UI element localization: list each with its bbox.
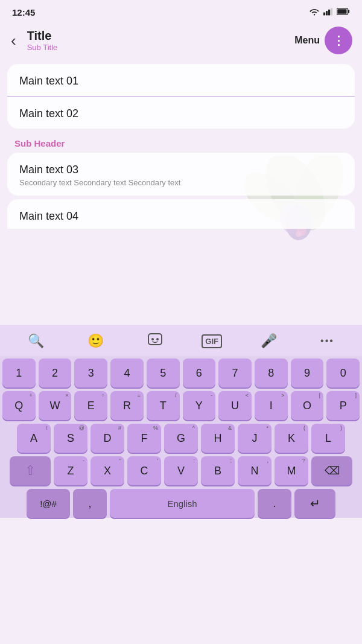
key-y[interactable]: -Y — [183, 391, 216, 420]
period-label: . — [273, 497, 276, 510]
key-r[interactable]: =R — [110, 391, 144, 420]
svg-point-16 — [156, 338, 159, 340]
svg-rect-2 — [328, 9, 330, 15]
sub-header: Sub Header — [14, 138, 65, 148]
key-o[interactable]: [O — [291, 391, 324, 420]
key-8[interactable]: 8 — [255, 359, 288, 387]
app-bar-right: Menu ⋮ — [294, 27, 352, 54]
key-9[interactable]: 9 — [291, 359, 324, 387]
zxcv-row: ⇧ -Z "X 'C :V ;B ,N ?M ⌫ — [2, 456, 360, 485]
key-v[interactable]: :V — [164, 456, 198, 485]
svg-rect-14 — [148, 334, 162, 345]
space-label: English — [167, 499, 197, 509]
list-item-4-partial[interactable]: Main text 04 — [7, 199, 355, 229]
key-m[interactable]: ?M — [275, 456, 308, 485]
list-item-2[interactable]: Main text 02 — [7, 97, 355, 129]
backspace-icon: ⌫ — [325, 464, 340, 477]
key-s[interactable]: @S — [54, 424, 87, 453]
shift-key[interactable]: ⇧ — [10, 456, 51, 485]
key-4[interactable]: 4 — [110, 359, 144, 387]
app-title: Title — [27, 28, 58, 43]
app-bar: ‹ Title Sub Title Menu ⋮ — [0, 22, 362, 59]
key-q[interactable]: +Q — [2, 391, 36, 420]
status-bar: 12:45 — [0, 0, 362, 22]
mic-icon[interactable]: 🎤 — [256, 331, 282, 351]
gif-button[interactable]: GIF — [202, 334, 222, 348]
keyboard: 1 2 3 4 5 6 7 8 9 0 +Q ×W ÷E =R /T -Y <U… — [0, 356, 362, 518]
sticker-icon[interactable] — [142, 330, 168, 352]
qwerty-row: +Q ×W ÷E =R /T -Y <U >I [O ]P — [2, 391, 360, 420]
key-u[interactable]: <U — [218, 391, 252, 420]
svg-rect-3 — [331, 8, 332, 15]
svg-rect-6 — [337, 9, 346, 14]
wifi-icon — [309, 7, 320, 18]
backspace-key[interactable]: ⌫ — [311, 456, 352, 485]
app-bar-left: ‹ Title Sub Title — [6, 28, 57, 53]
comma-key[interactable]: , — [73, 489, 107, 518]
key-l[interactable]: )L — [311, 424, 345, 453]
svg-rect-5 — [348, 10, 350, 13]
list-item-2-main: Main text 02 — [19, 107, 343, 120]
key-x[interactable]: "X — [91, 456, 124, 485]
key-0[interactable]: 0 — [326, 359, 360, 387]
list-item-3-secondary: Secondary text Secondary text Secondary … — [19, 178, 343, 187]
svg-rect-0 — [323, 12, 325, 15]
signal-icon — [323, 7, 333, 18]
number-row: 1 2 3 4 5 6 7 8 9 0 — [2, 359, 360, 387]
more-icon: ⋮ — [332, 33, 345, 48]
enter-key[interactable]: ↵ — [294, 489, 335, 518]
search-icon[interactable]: 🔍 — [23, 331, 49, 351]
key-i[interactable]: >I — [255, 391, 288, 420]
key-1[interactable]: 1 — [2, 359, 36, 387]
asdf-row: !A @S #D %F ^G &H *J (K )L — [2, 424, 360, 453]
menu-label[interactable]: Menu — [294, 35, 320, 46]
key-3[interactable]: 3 — [74, 359, 107, 387]
symbols-label: !@# — [40, 499, 57, 509]
list-card-1: Main text 01 Main text 02 — [7, 64, 355, 129]
key-g[interactable]: ^G — [164, 424, 198, 453]
key-a[interactable]: !A — [17, 424, 51, 453]
list-item-4-main: Main text 04 — [19, 210, 343, 223]
content-area: Main text 01 Main text 02 Sub Header Mai… — [0, 59, 362, 325]
battery-icon — [337, 7, 350, 17]
space-key[interactable]: English — [110, 489, 255, 518]
key-z[interactable]: -Z — [54, 456, 87, 485]
key-f[interactable]: %F — [127, 424, 161, 453]
svg-point-15 — [151, 338, 154, 340]
key-b[interactable]: ;B — [201, 456, 235, 485]
key-n[interactable]: ,N — [238, 456, 272, 485]
status-icons — [309, 7, 350, 18]
key-j[interactable]: *J — [238, 424, 272, 453]
key-p[interactable]: ]P — [326, 391, 360, 420]
key-2[interactable]: 2 — [39, 359, 72, 387]
key-h[interactable]: &H — [201, 424, 235, 453]
list-item-3[interactable]: Main text 03 Secondary text Secondary te… — [7, 153, 355, 196]
svg-point-13 — [296, 231, 302, 237]
svg-rect-1 — [326, 11, 328, 15]
period-key[interactable]: . — [258, 489, 291, 518]
shift-icon: ⇧ — [25, 463, 36, 479]
emoji-icon[interactable]: 🙂 — [83, 331, 109, 351]
key-d[interactable]: #D — [91, 424, 124, 453]
title-block: Title Sub Title — [27, 28, 58, 53]
enter-icon: ↵ — [310, 496, 320, 511]
symbols-key[interactable]: !@# — [27, 489, 70, 518]
back-button[interactable]: ‹ — [6, 29, 21, 53]
key-t[interactable]: /T — [147, 391, 180, 420]
key-7[interactable]: 7 — [218, 359, 252, 387]
key-e[interactable]: ÷E — [74, 391, 107, 420]
key-k[interactable]: (K — [275, 424, 308, 453]
list-item-3-main: Main text 03 — [19, 164, 343, 176]
key-w[interactable]: ×W — [39, 391, 72, 420]
status-time: 12:45 — [12, 7, 35, 18]
more-menu-button[interactable]: ⋮ — [325, 27, 352, 54]
list-item-1-main: Main text 01 — [19, 75, 343, 88]
sub-header-row: Sub Header — [0, 132, 362, 153]
key-5[interactable]: 5 — [147, 359, 180, 387]
bottom-row: !@# , English . ↵ — [2, 489, 360, 518]
more-toolbar-icon[interactable]: ••• — [316, 333, 339, 349]
keyboard-toolbar: 🔍 🙂 GIF 🎤 ••• — [0, 325, 362, 356]
key-c[interactable]: 'C — [127, 456, 161, 485]
list-item-1[interactable]: Main text 01 — [7, 64, 355, 97]
key-6[interactable]: 6 — [183, 359, 216, 387]
